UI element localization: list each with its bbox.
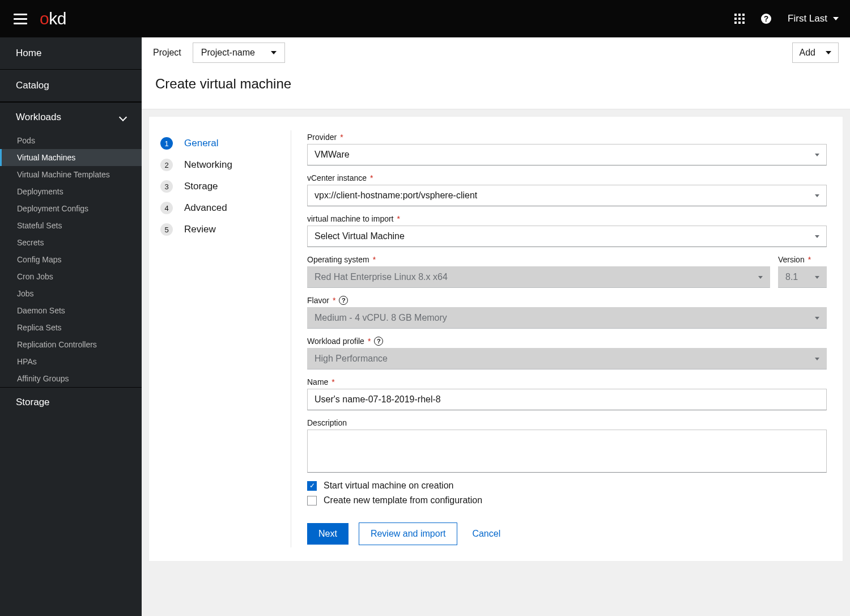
chevron-down-icon bbox=[119, 113, 127, 121]
page-title: Create virtual machine bbox=[155, 76, 836, 92]
caret-down-icon bbox=[815, 358, 819, 360]
name-label: Name* bbox=[307, 377, 827, 386]
sidebar-item-deployment-configs[interactable]: Deployment Configs bbox=[0, 200, 142, 217]
caret-down-icon bbox=[815, 194, 819, 197]
flavor-label: Flavor* ? bbox=[307, 296, 827, 305]
vm-import-value: Select Virtual Machine bbox=[314, 231, 405, 241]
svg-rect-0 bbox=[734, 14, 737, 16]
sidebar-section-workloads[interactable]: Workloads bbox=[0, 102, 142, 132]
svg-rect-7 bbox=[738, 22, 741, 24]
svg-rect-5 bbox=[742, 18, 745, 20]
wizard-step-label: Storage bbox=[184, 181, 218, 192]
flavor-select[interactable]: Medium - 4 vCPU. 8 GB Memory bbox=[307, 307, 827, 329]
wizard-step-review[interactable]: 5 Review bbox=[160, 219, 279, 240]
wizard-step-label: Networking bbox=[184, 159, 232, 171]
user-menu[interactable]: First Last bbox=[788, 13, 839, 24]
sidebar-nav: Home Catalog Workloads Pods Virtual Mach… bbox=[0, 37, 142, 616]
project-select[interactable]: Project-name bbox=[193, 43, 285, 63]
provider-label: Provider* bbox=[307, 133, 827, 142]
sidebar-section-label: Workloads bbox=[16, 112, 61, 123]
version-select[interactable]: 8.1 bbox=[778, 266, 827, 288]
app-launcher-icon[interactable] bbox=[734, 14, 745, 24]
wizard-step-storage[interactable]: 3 Storage bbox=[160, 176, 279, 197]
vm-import-label: virtual machine to import* bbox=[307, 214, 827, 223]
sidebar-item-hpas[interactable]: HPAs bbox=[0, 353, 142, 370]
os-label: Operating system* bbox=[307, 255, 770, 264]
page-title-wrap: Create virtual machine bbox=[142, 68, 850, 109]
content-area: 1 General 2 Networking 3 Storage 4 Advan… bbox=[142, 109, 850, 616]
help-icon[interactable]: ? bbox=[374, 337, 383, 346]
checkbox-start-vm[interactable]: Start virtual machine on creation bbox=[307, 481, 827, 491]
workload-select[interactable]: High Performance bbox=[307, 348, 827, 369]
caret-down-icon bbox=[833, 17, 839, 20]
workload-value: High Performance bbox=[314, 354, 388, 364]
sidebar-section-storage[interactable]: Storage bbox=[0, 388, 142, 417]
sidebar-item-virtual-machines[interactable]: Virtual Machines bbox=[0, 149, 142, 166]
svg-rect-2 bbox=[742, 14, 745, 16]
wizard-card: 1 General 2 Networking 3 Storage 4 Advan… bbox=[148, 116, 843, 562]
logo-kd: kd bbox=[49, 9, 66, 28]
project-bar: Project Project-name Add bbox=[142, 37, 850, 68]
sidebar-item-vm-templates[interactable]: Virtual Machine Templates bbox=[0, 166, 142, 183]
svg-rect-6 bbox=[734, 22, 737, 24]
sidebar-item-daemon-sets[interactable]: Daemon Sets bbox=[0, 302, 142, 319]
sidebar-item-cron-jobs[interactable]: Cron Jobs bbox=[0, 268, 142, 285]
caret-down-icon bbox=[815, 317, 819, 320]
vcenter-select[interactable]: vpx://client-hostname:port/vsphere-clien… bbox=[307, 185, 827, 206]
sidebar-item-home[interactable]: Home bbox=[0, 37, 142, 70]
logo-o: o bbox=[40, 9, 49, 28]
sidebar-item-catalog[interactable]: Catalog bbox=[0, 70, 142, 102]
version-label: Version* bbox=[778, 255, 827, 264]
caret-down-icon bbox=[815, 276, 819, 279]
brand-logo: okd bbox=[40, 9, 66, 28]
name-value: User's name-07-18-2019-rhel-8 bbox=[314, 394, 441, 405]
vm-import-select[interactable]: Select Virtual Machine bbox=[307, 226, 827, 247]
sidebar-item-stateful-sets[interactable]: Stateful Sets bbox=[0, 217, 142, 234]
os-select[interactable]: Red Hat Enterprise Linux 8.x x64 bbox=[307, 266, 770, 288]
caret-down-icon bbox=[758, 276, 763, 279]
wizard-step-label: General bbox=[184, 138, 218, 149]
sidebar-item-replica-sets[interactable]: Replica Sets bbox=[0, 319, 142, 336]
description-label: Description bbox=[307, 418, 827, 427]
wizard-step-networking[interactable]: 2 Networking bbox=[160, 154, 279, 176]
checkbox-create-template[interactable]: Create new template from configuration bbox=[307, 495, 827, 505]
name-input[interactable]: User's name-07-18-2019-rhel-8 bbox=[307, 389, 827, 410]
main-content: Project Project-name Add Create virtual … bbox=[142, 37, 850, 616]
wizard-form: Provider* VMWare vCenter instance* vpx:/… bbox=[291, 117, 843, 561]
sidebar-item-affinity-groups[interactable]: Affinity Groups bbox=[0, 370, 142, 387]
checkbox-icon bbox=[307, 496, 317, 505]
provider-select[interactable]: VMWare bbox=[307, 144, 827, 165]
sidebar-item-replication-controllers[interactable]: Replication Controllers bbox=[0, 336, 142, 353]
checkbox-label: Start virtual machine on creation bbox=[324, 481, 453, 491]
menu-toggle-button[interactable] bbox=[14, 12, 27, 26]
help-icon[interactable]: ? bbox=[760, 13, 772, 24]
add-button-label: Add bbox=[800, 48, 815, 58]
description-textarea[interactable] bbox=[307, 430, 827, 473]
user-name: First Last bbox=[788, 13, 827, 24]
wizard-button-row: Next Review and import Cancel bbox=[307, 522, 827, 545]
sidebar-item-jobs[interactable]: Jobs bbox=[0, 285, 142, 302]
provider-value: VMWare bbox=[314, 150, 350, 160]
help-icon[interactable]: ? bbox=[339, 296, 348, 305]
sidebar-item-secrets[interactable]: Secrets bbox=[0, 234, 142, 251]
checkbox-icon bbox=[307, 481, 317, 491]
project-bar-left: Project Project-name bbox=[153, 43, 285, 63]
wizard-step-label: Review bbox=[184, 224, 216, 235]
sidebar-item-deployments[interactable]: Deployments bbox=[0, 183, 142, 200]
vcenter-label: vCenter instance* bbox=[307, 173, 827, 182]
os-value: Red Hat Enterprise Linux 8.x x64 bbox=[314, 272, 448, 282]
svg-rect-8 bbox=[742, 22, 745, 24]
add-button[interactable]: Add bbox=[792, 43, 839, 63]
sidebar-item-pods[interactable]: Pods bbox=[0, 132, 142, 149]
workload-label: Workload profile* ? bbox=[307, 337, 827, 346]
wizard-step-general[interactable]: 1 General bbox=[160, 133, 279, 154]
version-value: 8.1 bbox=[785, 272, 798, 282]
sidebar-item-config-maps[interactable]: Config Maps bbox=[0, 251, 142, 268]
sidebar-section-label: Storage bbox=[16, 397, 50, 408]
wizard-steps: 1 General 2 Networking 3 Storage 4 Advan… bbox=[149, 117, 291, 561]
wizard-step-advanced[interactable]: 4 Advanced bbox=[160, 197, 279, 219]
review-import-button[interactable]: Review and import bbox=[359, 522, 458, 545]
next-button[interactable]: Next bbox=[307, 523, 348, 545]
top-header-right: ? First Last bbox=[734, 13, 839, 24]
cancel-button[interactable]: Cancel bbox=[468, 523, 505, 545]
